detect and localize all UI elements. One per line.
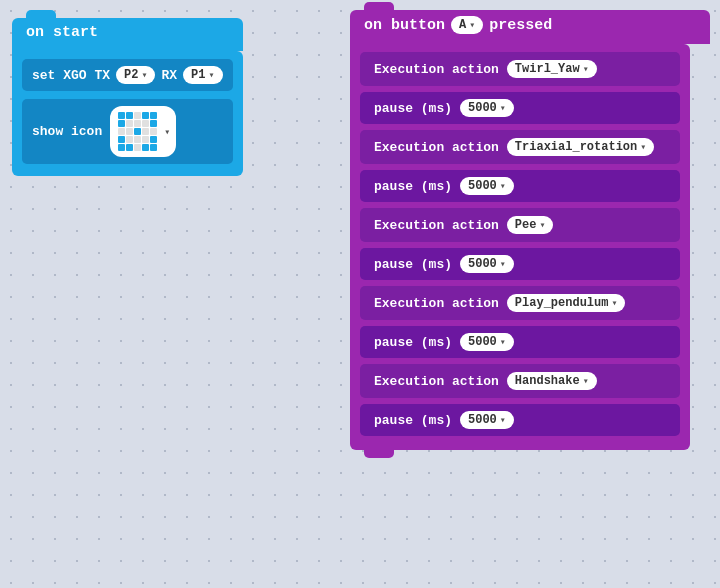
grid-cell [126, 120, 133, 127]
icon-grid [114, 108, 161, 155]
exec-label-8: Execution action [374, 374, 499, 389]
on-button-hat-label: on button A pressed [364, 16, 696, 34]
grid-cell [150, 144, 157, 151]
icon-grid-dropdown[interactable] [110, 106, 176, 157]
grid-cell [126, 128, 133, 135]
pause-dropdown-3[interactable]: 5000 [460, 177, 514, 195]
grid-cell [134, 120, 141, 127]
pause-label-5: pause (ms) [374, 257, 452, 272]
grid-cell [134, 144, 141, 151]
grid-cell [126, 112, 133, 119]
pause-block-1[interactable]: pause (ms) 5000 [360, 92, 680, 124]
button-a-dropdown[interactable]: A [451, 16, 483, 34]
grid-cell [134, 128, 141, 135]
grid-cell [118, 128, 125, 135]
grid-cell [118, 112, 125, 119]
exec-dropdown-6[interactable]: Play_pendulum [507, 294, 626, 312]
tx-dropdown[interactable]: P2 [116, 66, 155, 84]
exec-dropdown-8[interactable]: Handshake [507, 372, 597, 390]
exec-block-handshake[interactable]: Execution action Handshake [360, 364, 680, 398]
set-xgo-block[interactable]: set XGO TX P2 RX P1 [22, 59, 233, 91]
grid-cell [142, 136, 149, 143]
on-start-body: set XGO TX P2 RX P1 show icon [12, 51, 243, 176]
rx-label: RX [161, 68, 177, 83]
on-button-suffix: pressed [489, 17, 552, 34]
on-button-prefix: on button [364, 17, 445, 34]
exec-block-play-pendulum[interactable]: Execution action Play_pendulum [360, 286, 680, 320]
grid-cell [150, 128, 157, 135]
on-button-hat[interactable]: on button A pressed [350, 10, 710, 44]
exec-block-triaxial[interactable]: Execution action Triaxial_rotation [360, 130, 680, 164]
pause-label-3: pause (ms) [374, 179, 452, 194]
exec-block-twirl-yaw[interactable]: Execution action Twirl_Yaw [360, 52, 680, 86]
exec-block-pee[interactable]: Execution action Pee [360, 208, 680, 242]
pause-label-1: pause (ms) [374, 101, 452, 116]
grid-cell [142, 120, 149, 127]
show-icon-block[interactable]: show icon [22, 99, 233, 164]
on-start-group: on start set XGO TX P2 RX P1 show icon [12, 18, 243, 176]
pause-block-5[interactable]: pause (ms) 5000 [360, 248, 680, 280]
grid-cell [150, 120, 157, 127]
rx-dropdown[interactable]: P1 [183, 66, 222, 84]
grid-cell [126, 144, 133, 151]
exec-dropdown-2[interactable]: Triaxial_rotation [507, 138, 654, 156]
grid-cell [142, 144, 149, 151]
grid-cell [142, 112, 149, 119]
grid-cell [134, 112, 141, 119]
grid-cell [150, 136, 157, 143]
on-start-label: on start [26, 24, 98, 41]
exec-label-0: Execution action [374, 62, 499, 77]
grid-cell [118, 144, 125, 151]
bottom-tab [364, 448, 394, 458]
exec-label-6: Execution action [374, 296, 499, 311]
exec-label-2: Execution action [374, 140, 499, 155]
pause-block-9[interactable]: pause (ms) 5000 [360, 404, 680, 436]
on-start-hat[interactable]: on start [12, 18, 243, 51]
pause-block-7[interactable]: pause (ms) 5000 [360, 326, 680, 358]
pause-dropdown-9[interactable]: 5000 [460, 411, 514, 429]
grid-cell [150, 112, 157, 119]
pause-dropdown-7[interactable]: 5000 [460, 333, 514, 351]
pause-dropdown-5[interactable]: 5000 [460, 255, 514, 273]
pause-label-9: pause (ms) [374, 413, 452, 428]
exec-dropdown-4[interactable]: Pee [507, 216, 554, 234]
set-xgo-label: set XGO TX [32, 68, 110, 83]
grid-cell [142, 128, 149, 135]
pause-label-7: pause (ms) [374, 335, 452, 350]
exec-label-4: Execution action [374, 218, 499, 233]
on-button-body: Execution action Twirl_Yaw pause (ms) 50… [350, 44, 690, 450]
grid-cell [118, 136, 125, 143]
grid-cell [134, 136, 141, 143]
on-button-group: on button A pressed Execution action Twi… [350, 10, 710, 458]
pause-dropdown-1[interactable]: 5000 [460, 99, 514, 117]
grid-cell [126, 136, 133, 143]
grid-cell [118, 120, 125, 127]
exec-dropdown-0[interactable]: Twirl_Yaw [507, 60, 597, 78]
pause-block-3[interactable]: pause (ms) 5000 [360, 170, 680, 202]
show-icon-label: show icon [32, 124, 102, 139]
